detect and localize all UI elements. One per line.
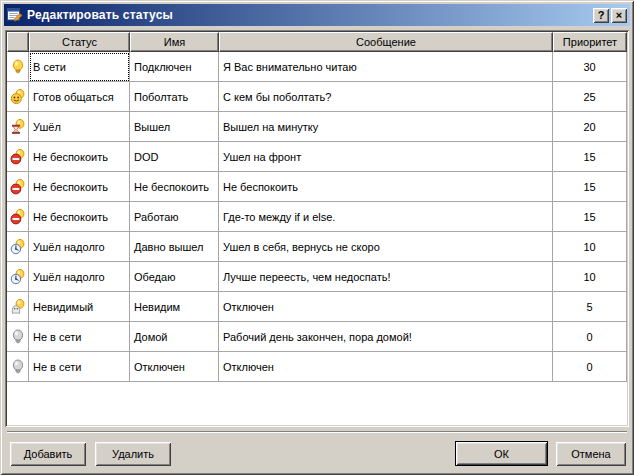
table-row[interactable]: Готов общаться Поболтать С кем бы поболт… xyxy=(7,82,627,112)
status-cell[interactable]: В сети xyxy=(29,52,130,82)
close-button[interactable]: × xyxy=(611,8,627,23)
status-icon-cell[interactable] xyxy=(7,202,29,232)
priority-cell[interactable]: 0 xyxy=(553,352,627,382)
away-hourglass-icon xyxy=(10,119,26,135)
status-cell[interactable]: Не в сети xyxy=(29,352,130,382)
priority-cell[interactable]: 0 xyxy=(553,322,627,352)
name-cell[interactable]: Обедаю xyxy=(130,262,219,292)
priority-cell[interactable]: 25 xyxy=(553,82,627,112)
name-cell[interactable]: DOD xyxy=(130,142,219,172)
priority-cell[interactable]: 15 xyxy=(553,172,627,202)
priority-cell[interactable]: 10 xyxy=(553,232,627,262)
status-cell[interactable]: Ушёл надолго xyxy=(29,262,130,292)
message-cell[interactable]: С кем бы поболтать? xyxy=(219,82,553,112)
table-row[interactable]: Ушёл Вышел Вышел на минутку 20 xyxy=(7,112,627,142)
column-header-icon[interactable] xyxy=(7,32,29,52)
message-cell[interactable]: Отключен xyxy=(219,292,553,322)
offline-bulb-icon xyxy=(10,359,26,375)
priority-cell[interactable]: 30 xyxy=(553,52,627,82)
name-cell[interactable]: Подключен xyxy=(130,52,219,82)
column-header-priority[interactable]: Приоритет xyxy=(553,32,627,52)
name-cell[interactable]: Поболтать xyxy=(130,82,219,112)
status-table-rows: В сети Подключен Я Вас внимательно читаю… xyxy=(7,52,627,382)
status-cell[interactable]: Не беспокоить xyxy=(29,172,130,202)
status-icon-cell[interactable] xyxy=(7,292,29,322)
chat-smiley-icon xyxy=(10,89,26,105)
name-cell[interactable]: Невидим xyxy=(130,292,219,322)
window-title: Редактировать статусы xyxy=(27,8,591,22)
status-icon-cell[interactable] xyxy=(7,322,29,352)
priority-cell[interactable]: 20 xyxy=(553,112,627,142)
message-cell[interactable]: Ушел в себя, вернусь не скоро xyxy=(219,232,553,262)
status-cell[interactable]: Ушёл xyxy=(29,112,130,142)
titlebar[interactable]: Редактировать статусы ? × xyxy=(4,4,630,26)
online-bulb-icon xyxy=(10,59,26,75)
table-row[interactable]: Не беспокоить DOD Ушел на фронт 15 xyxy=(7,142,627,172)
do-not-disturb-icon xyxy=(10,149,26,165)
status-icon-cell[interactable] xyxy=(7,112,29,142)
table-row[interactable]: Не в сети Отключен Отключен 0 xyxy=(7,352,627,382)
table-row[interactable]: Не в сети Домой Рабочий день закончен, п… xyxy=(7,322,627,352)
table-row[interactable]: Не беспокоить Работаю Где-то между if и … xyxy=(7,202,627,232)
ok-button[interactable]: ОК xyxy=(455,441,548,466)
status-cell[interactable]: Не беспокоить xyxy=(29,142,130,172)
name-cell[interactable]: Отключен xyxy=(130,352,219,382)
status-icon-cell[interactable] xyxy=(7,82,29,112)
table-row[interactable]: Невидимый Невидим Отключен 5 xyxy=(7,292,627,322)
status-cell[interactable]: Не в сети xyxy=(29,322,130,352)
message-cell[interactable]: Вышел на минутку xyxy=(219,112,553,142)
column-header-status[interactable]: Статус xyxy=(29,32,130,52)
status-icon-cell[interactable] xyxy=(7,262,29,292)
column-header-message[interactable]: Сообщение xyxy=(219,32,553,52)
name-cell[interactable]: Не беспокоить xyxy=(130,172,219,202)
status-cell[interactable]: Ушёл надолго xyxy=(29,232,130,262)
name-cell[interactable]: Домой xyxy=(130,322,219,352)
status-cell[interactable]: Невидимый xyxy=(29,292,130,322)
status-icon-cell[interactable] xyxy=(7,352,29,382)
separator-line xyxy=(7,431,627,433)
message-cell[interactable]: Отключен xyxy=(219,352,553,382)
status-icon-cell[interactable] xyxy=(7,172,29,202)
message-cell[interactable]: Рабочий день закончен, пора домой! xyxy=(219,322,553,352)
name-cell[interactable]: Работаю xyxy=(130,202,219,232)
table-row[interactable]: Не беспокоить Не беспокоить Не беспокоит… xyxy=(7,172,627,202)
table-row[interactable]: В сети Подключен Я Вас внимательно читаю… xyxy=(7,52,627,82)
do-not-disturb-icon xyxy=(10,209,26,225)
message-cell[interactable]: Я Вас внимательно читаю xyxy=(219,52,553,82)
table-row[interactable]: Ушёл надолго Обедаю Лучше переесть, чем … xyxy=(7,262,627,292)
message-cell[interactable]: Где-то между if и else. xyxy=(219,202,553,232)
priority-cell[interactable]: 15 xyxy=(553,202,627,232)
priority-cell[interactable]: 5 xyxy=(553,292,627,322)
help-button[interactable]: ? xyxy=(593,8,609,23)
add-button[interactable]: Добавить xyxy=(10,442,86,466)
status-icon-cell[interactable] xyxy=(7,52,29,82)
status-table: Статус Имя Сообщение Приоритет В сети По… xyxy=(5,30,629,427)
status-icon-cell[interactable] xyxy=(7,232,29,262)
offline-bulb-icon xyxy=(10,329,26,345)
table-header-row: Статус Имя Сообщение Приоритет xyxy=(7,32,627,52)
message-cell[interactable]: Ушел на фронт xyxy=(219,142,553,172)
delete-button[interactable]: Удалить xyxy=(95,442,171,466)
message-cell[interactable]: Лучше переесть, чем недоспать! xyxy=(219,262,553,292)
extended-away-clock-icon xyxy=(10,269,26,285)
cancel-button[interactable]: Отмена xyxy=(556,442,626,466)
status-cell[interactable]: Не беспокоить xyxy=(29,202,130,232)
column-header-name[interactable]: Имя xyxy=(130,32,219,52)
status-cell[interactable]: Готов общаться xyxy=(29,82,130,112)
message-cell[interactable]: Не беспокоить xyxy=(219,172,553,202)
name-cell[interactable]: Вышел xyxy=(130,112,219,142)
name-cell[interactable]: Давно вышел xyxy=(130,232,219,262)
priority-cell[interactable]: 10 xyxy=(553,262,627,292)
extended-away-clock-icon xyxy=(10,239,26,255)
table-row[interactable]: Ушёл надолго Давно вышел Ушел в себя, ве… xyxy=(7,232,627,262)
edit-statuses-icon xyxy=(7,7,23,23)
do-not-disturb-icon xyxy=(10,179,26,195)
priority-cell[interactable]: 15 xyxy=(553,142,627,172)
status-icon-cell[interactable] xyxy=(7,142,29,172)
edit-statuses-dialog: Редактировать статусы ? × Статус Имя Соо… xyxy=(0,0,634,475)
invisible-ghost-icon xyxy=(10,299,26,315)
